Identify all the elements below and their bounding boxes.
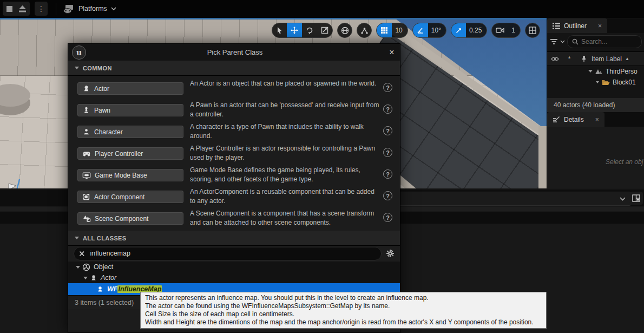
collapse-chevron-icon xyxy=(75,237,79,239)
class-description: A Pawn is an actor that can be 'possesse… xyxy=(190,101,379,119)
outliner-row-label: Block01 xyxy=(613,79,636,86)
class-button-label: Actor Component xyxy=(94,193,144,201)
gear-icon[interactable] xyxy=(386,249,395,258)
outliner-tree: ThirdPerso Block01 xyxy=(547,67,644,87)
expand-chevron-icon[interactable] xyxy=(596,81,599,83)
actor-class-button[interactable]: Actor xyxy=(77,82,183,95)
search-icon xyxy=(572,38,579,45)
class-search-field[interactable] xyxy=(74,247,382,260)
stop-icon[interactable] xyxy=(6,5,13,12)
tree-row-object[interactable]: Object xyxy=(68,262,400,272)
class-description: An ActorComponent is a reusable componen… xyxy=(190,187,379,205)
platforms-label: Platforms xyxy=(78,5,107,12)
scene-component-class-button[interactable]: Scene Component xyxy=(77,212,183,225)
tooltip-line: This actor represents an influence map. … xyxy=(145,294,542,302)
all-classes-section-header[interactable]: ALL CLASSES xyxy=(68,231,400,246)
main-toolbar: ⋮ Platforms xyxy=(0,0,644,18)
class-button-label: Character xyxy=(94,128,123,136)
help-icon[interactable]: ? xyxy=(383,213,392,222)
item-label-header[interactable]: Item Label xyxy=(592,55,622,63)
clear-search-icon[interactable] xyxy=(79,251,85,257)
character-class-button[interactable]: Character xyxy=(77,126,183,138)
actor-icon xyxy=(82,84,90,93)
pick-parent-class-dialog: u Pick Parent Class × COMMON Actor An Ac… xyxy=(68,43,400,333)
player-controller-class-button[interactable]: Player Controller xyxy=(77,147,183,160)
game-mode-icon xyxy=(82,172,91,179)
close-icon[interactable]: × xyxy=(595,116,599,123)
pawn-class-button[interactable]: Pawn xyxy=(77,104,183,116)
class-row-character: Character A character is a type of Pawn … xyxy=(68,121,400,142)
unreal-logo-icon: u xyxy=(72,45,86,60)
kebab-icon: ⋮ xyxy=(37,4,45,13)
class-description: An Actor is an object that can be placed… xyxy=(190,79,379,88)
class-row-scene-component: Scene Component A Scene Component is a c… xyxy=(68,207,400,229)
tab-details-label: Details xyxy=(564,116,584,123)
eject-icon[interactable] xyxy=(18,5,27,12)
help-icon[interactable]: ? xyxy=(383,105,392,114)
object-class-icon xyxy=(82,263,90,271)
details-empty-text: Select an obj xyxy=(606,158,643,166)
outliner-search[interactable]: Search... xyxy=(567,35,642,48)
outliner-tabrow: Outliner × xyxy=(547,18,644,33)
view-options-button[interactable] xyxy=(629,192,643,205)
tab-details[interactable]: Details × xyxy=(547,112,604,127)
class-search-input[interactable] xyxy=(89,249,376,258)
tab-outliner[interactable]: Outliner × xyxy=(547,18,607,33)
filter-icon[interactable] xyxy=(550,38,558,45)
actor-component-icon xyxy=(82,193,90,201)
level-icon xyxy=(595,68,603,75)
outliner-header-row: * Item Label ▲ xyxy=(547,51,644,66)
chevron-down-icon[interactable] xyxy=(560,40,565,43)
player-controller-icon xyxy=(82,150,91,157)
pin-icon[interactable] xyxy=(581,55,587,62)
viewport-active-accent xyxy=(0,18,547,19)
class-button-label: Game Mode Base xyxy=(95,172,147,179)
eye-icon[interactable] xyxy=(551,56,559,62)
star-column-icon[interactable]: * xyxy=(562,55,576,63)
tree-row-actor[interactable]: Actor xyxy=(68,272,400,283)
platforms-icon xyxy=(63,4,75,14)
tree-row-label: Object xyxy=(94,263,113,271)
actor-icon xyxy=(90,274,97,282)
outliner-icon xyxy=(553,23,560,29)
class-tree: Object Actor WFInfluenceMap xyxy=(68,262,400,296)
outliner-toolbar: Search... xyxy=(547,33,644,50)
close-icon[interactable]: × xyxy=(598,22,602,30)
player-start-icon[interactable] xyxy=(6,178,28,188)
class-tooltip: This actor represents an influence map. … xyxy=(140,292,547,329)
all-classes-section-label: ALL CLASSES xyxy=(83,235,127,241)
game-mode-base-class-button[interactable]: Game Mode Base xyxy=(77,169,183,181)
playback-controls xyxy=(3,2,30,16)
help-icon[interactable]: ? xyxy=(383,169,392,179)
help-icon[interactable]: ? xyxy=(383,191,392,200)
class-row-game-mode: Game Mode Base Game Mode Base defines th… xyxy=(68,164,400,186)
platforms-dropdown[interactable]: Platforms xyxy=(63,2,116,16)
chevron-down-icon xyxy=(620,197,626,201)
dialog-close-icon[interactable]: × xyxy=(384,48,400,57)
class-row-actor-component: Actor Component An ActorComponent is a r… xyxy=(68,186,400,207)
common-section-header[interactable]: COMMON xyxy=(68,61,400,76)
class-button-label: Actor xyxy=(94,85,109,93)
character-icon xyxy=(82,128,90,136)
expand-chevron-icon[interactable] xyxy=(76,266,80,269)
actor-component-class-button[interactable]: Actor Component xyxy=(77,191,183,203)
class-button-label: Pawn xyxy=(94,107,110,114)
collapse-chevron-icon xyxy=(75,67,79,69)
outliner-row-block01[interactable]: Block01 xyxy=(547,77,644,87)
tree-row-label: Actor xyxy=(101,274,116,282)
help-icon[interactable]: ? xyxy=(383,148,392,157)
outliner-row-label: ThirdPerso xyxy=(606,68,638,75)
open-folder-icon xyxy=(601,79,610,86)
right-panel: Outliner × Search... * Item Label ▲ Thir… xyxy=(547,18,644,188)
class-name-prefix: WF xyxy=(107,285,117,293)
help-icon[interactable]: ? xyxy=(383,83,392,92)
expand-chevron-icon[interactable] xyxy=(588,70,593,73)
help-icon[interactable]: ? xyxy=(383,126,392,135)
more-options-button[interactable]: ⋮ xyxy=(35,2,48,16)
scene-component-icon xyxy=(82,214,91,223)
dialog-titlebar[interactable]: u Pick Parent Class × xyxy=(68,44,400,61)
expand-chevron-icon[interactable] xyxy=(83,277,88,279)
outliner-row-thirdperson[interactable]: ThirdPerso xyxy=(547,67,644,76)
dialog-title: Pick Parent Class xyxy=(86,48,384,56)
toolbar-divider xyxy=(56,3,56,15)
